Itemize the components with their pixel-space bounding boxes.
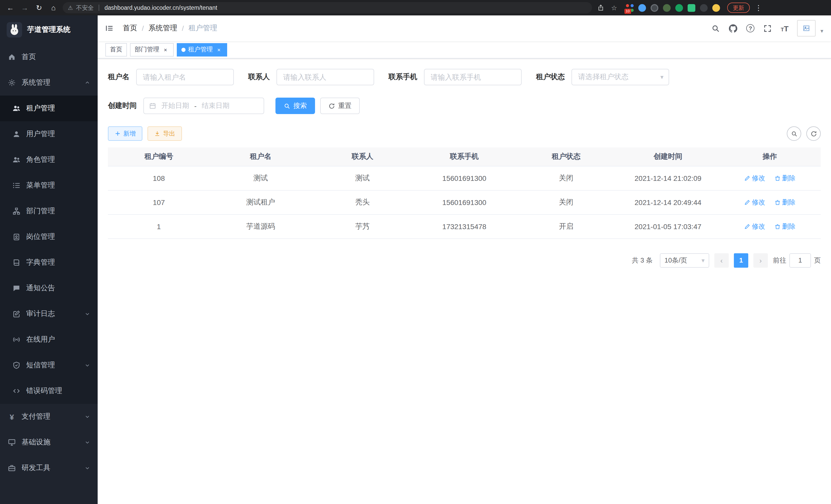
extension-icon-4[interactable] [663, 4, 671, 11]
cell-actions: 修改 删除 [719, 190, 821, 214]
browser-update-button[interactable]: 更新 [727, 3, 750, 13]
browser-menu-icon[interactable]: ⋮ [754, 4, 763, 12]
sidebar-item-infrastructure[interactable]: 基础设施 [0, 429, 98, 455]
page-size-select[interactable]: 10条/页 ▾ [660, 253, 709, 267]
table-row: 108 测试 测试 15601691300 关闭 2021-12-14 21:0… [108, 166, 821, 190]
user-icon [12, 130, 21, 138]
edit-icon [744, 223, 750, 229]
extension-icon-7[interactable] [700, 4, 708, 11]
edit-icon [744, 199, 750, 205]
extension-icon-8[interactable] [712, 4, 720, 11]
sidebar-item-label: 系统管理 [22, 78, 50, 87]
avatar-caret-icon[interactable]: ▾ [821, 28, 823, 36]
sidebar-item-payment[interactable]: ¥ 支付管理 [0, 404, 98, 429]
sidebar-item-system[interactable]: 系统管理 [0, 70, 98, 95]
close-icon[interactable]: × [215, 46, 223, 53]
refresh-table-button[interactable] [806, 126, 821, 141]
browser-chrome: ← → ↻ ⌂ ⚠ 不安全 dashboard.yudao.iocoder.cn… [0, 0, 831, 16]
cell-created: 2021-12-14 20:49:44 [617, 190, 719, 214]
help-icon[interactable]: ? [746, 24, 754, 32]
sidebar-item-dept[interactable]: 部门管理 [0, 198, 98, 224]
toggle-search-button[interactable] [787, 126, 801, 141]
header-search-icon[interactable] [711, 24, 720, 33]
goto-page-input[interactable] [790, 253, 811, 267]
fullscreen-icon[interactable] [763, 24, 772, 33]
extension-icon-2[interactable] [638, 4, 646, 11]
sidebar-item-role[interactable]: 角色管理 [0, 147, 98, 173]
breadcrumb-separator: / [142, 24, 144, 32]
sidebar-item-notice[interactable]: 通知公告 [0, 275, 98, 301]
next-page-button[interactable]: › [753, 253, 768, 267]
sidebar-toggle-icon[interactable] [105, 24, 115, 32]
sidebar-item-home[interactable]: 首页 [0, 44, 98, 70]
page-size-value: 10条/页 [664, 256, 687, 265]
share-icon[interactable] [596, 4, 605, 12]
cell-contact: 测试 [312, 166, 413, 190]
extension-icon-3[interactable] [651, 4, 658, 11]
plus-icon [115, 130, 121, 137]
reset-button[interactable]: 重置 [320, 98, 360, 114]
update-label: 更新 [733, 4, 744, 11]
extension-icon-6[interactable] [688, 4, 695, 11]
export-button[interactable]: 导出 [147, 126, 182, 141]
browser-reload-icon[interactable]: ↻ [34, 4, 44, 12]
add-button[interactable]: 新增 [108, 126, 142, 141]
sidebar-item-menu[interactable]: 菜单管理 [0, 173, 98, 198]
breadcrumb-home[interactable]: 首页 [123, 24, 137, 33]
sidebar-item-post[interactable]: 岗位管理 [0, 224, 98, 250]
search-button[interactable]: 搜索 [276, 98, 315, 114]
delete-link[interactable]: 删除 [774, 222, 796, 231]
cell-status: 关闭 [515, 166, 617, 190]
cell-tenant-id: 108 [108, 166, 210, 190]
page-number-1[interactable]: 1 [734, 253, 748, 267]
sidebar-item-sms[interactable]: 短信管理 [0, 352, 98, 378]
browser-back-icon[interactable]: ← [5, 4, 16, 12]
contact-input[interactable] [277, 69, 374, 85]
delete-link[interactable]: 删除 [774, 173, 796, 183]
tab-tenant[interactable]: 租户管理 × [177, 43, 227, 56]
close-icon[interactable]: × [162, 46, 169, 53]
sidebar-item-label: 首页 [22, 52, 36, 62]
user-avatar[interactable] [797, 20, 816, 36]
sidebar-item-online-user[interactable]: 在线用户 [0, 327, 98, 352]
chevron-down-icon [85, 466, 90, 471]
browser-home-icon[interactable]: ⌂ [48, 4, 59, 12]
tab-home[interactable]: 首页 [105, 43, 127, 56]
export-button-label: 导出 [163, 129, 175, 138]
shield-icon [12, 361, 21, 369]
prev-page-button[interactable]: ‹ [714, 253, 729, 267]
extension-icon-5[interactable] [675, 4, 683, 11]
sidebar-item-error-code[interactable]: 错误码管理 [0, 378, 98, 404]
github-icon[interactable] [729, 24, 738, 33]
delete-link[interactable]: 删除 [774, 198, 796, 207]
breadcrumb-system[interactable]: 系统管理 [148, 24, 177, 33]
mobile-input[interactable] [424, 69, 522, 85]
create-time-range-picker[interactable]: 开始日期 - 结束日期 [143, 98, 264, 114]
sidebar-item-devtools[interactable]: 研发工具 [0, 455, 98, 481]
browser-forward-icon[interactable]: → [20, 4, 30, 12]
status-select[interactable]: 请选择租户状态 ▾ [571, 69, 669, 85]
sidebar-item-tenant[interactable]: 租户管理 [0, 95, 98, 121]
sidebar-item-dict[interactable]: 字典管理 [0, 250, 98, 275]
mobile-label: 联系手机 [389, 72, 417, 82]
address-bar[interactable]: ⚠ 不安全 dashboard.yudao.iocoder.cn/system/… [63, 2, 592, 13]
bookmark-star-icon[interactable]: ☆ [609, 4, 619, 12]
edit-link[interactable]: 修改 [744, 222, 765, 231]
sidebar-item-audit-log[interactable]: 审计日志 [0, 301, 98, 327]
edit-link[interactable]: 修改 [744, 198, 765, 207]
sidebar-item-user[interactable]: 用户管理 [0, 121, 98, 147]
sidebar-item-label: 通知公告 [26, 284, 55, 293]
navbar-actions: ? TT ▾ [711, 20, 823, 36]
font-size-icon[interactable]: TT [781, 24, 789, 33]
col-contact: 联系人 [312, 147, 413, 166]
chevron-down-icon [85, 363, 90, 368]
tab-dept[interactable]: 部门管理 × [130, 43, 174, 56]
edit-link[interactable]: 修改 [744, 173, 765, 183]
col-mobile: 联系手机 [413, 147, 515, 166]
tenant-name-input[interactable] [136, 69, 234, 85]
yen-icon: ¥ [8, 413, 16, 421]
pagination: 共 3 条 10条/页 ▾ ‹ 1 › 前往 页 [108, 253, 821, 267]
status-placeholder: 请选择租户状态 [578, 72, 629, 82]
col-tenant-name: 租户名 [210, 147, 311, 166]
extension-icon-1[interactable]: 10 [626, 4, 634, 11]
